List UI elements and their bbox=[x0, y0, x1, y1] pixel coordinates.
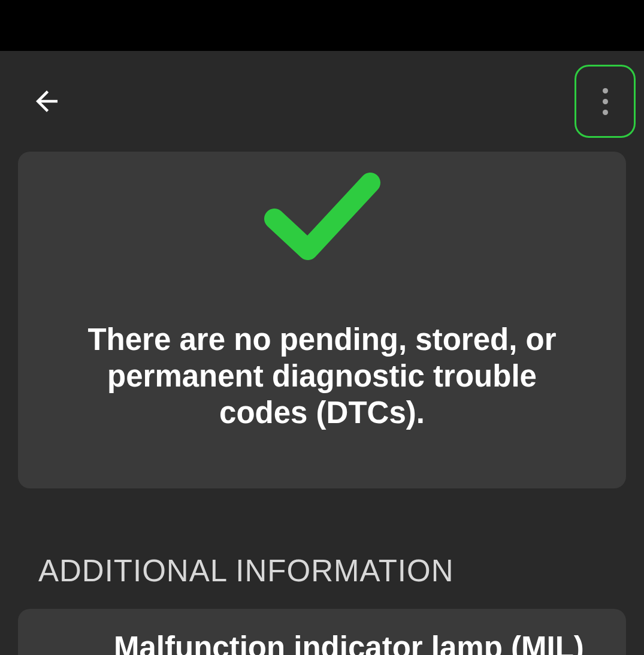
mil-status-label: Malfunction indicator lamp (MIL) status bbox=[114, 629, 608, 655]
dtc-status-message: There are no pending, stored, or permane… bbox=[66, 321, 578, 431]
check-icon bbox=[36, 646, 96, 655]
content-area: There are no pending, stored, or permane… bbox=[0, 152, 644, 655]
main-container: There are no pending, stored, or permane… bbox=[0, 51, 644, 655]
arrow-left-icon bbox=[31, 85, 63, 117]
check-icon bbox=[262, 168, 382, 264]
dtc-status-card: There are no pending, stored, or permane… bbox=[18, 152, 626, 488]
back-button[interactable] bbox=[29, 83, 65, 119]
additional-info-heading: ADDITIONAL INFORMATION bbox=[38, 553, 626, 588]
more-options-button[interactable] bbox=[575, 65, 636, 138]
app-bar bbox=[0, 51, 644, 152]
mil-status-card[interactable]: Malfunction indicator lamp (MIL) status bbox=[18, 609, 626, 655]
more-vertical-icon bbox=[603, 88, 608, 115]
status-bar-area bbox=[0, 0, 644, 51]
